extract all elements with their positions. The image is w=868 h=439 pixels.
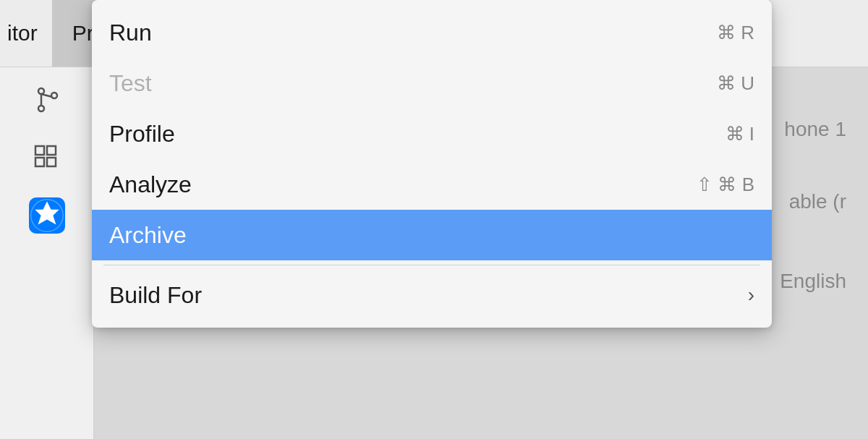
bg-text-3: English — [780, 270, 846, 293]
menu-item-profile[interactable]: Profile ⌘ I — [92, 108, 772, 159]
sidebar-icon-grid[interactable] — [29, 140, 65, 176]
menu-item-build-for[interactable]: Build For › — [92, 270, 772, 320]
profile-label: Profile — [109, 121, 175, 148]
menu-item-run[interactable]: Run ⌘ R — [92, 7, 772, 58]
test-label: Test — [109, 70, 152, 97]
svg-point-0 — [38, 88, 44, 94]
product-dropdown-menu: Run ⌘ R Test ⌘ U Profile ⌘ I Analyze ⇧ ⌘… — [92, 0, 772, 328]
build-for-label: Build For — [109, 282, 202, 309]
run-label: Run — [109, 20, 152, 46]
svg-rect-8 — [47, 158, 56, 166]
menu-item-archive[interactable]: Archive — [92, 210, 772, 260]
profile-shortcut: ⌘ I — [726, 123, 754, 145]
sidebar: A — [0, 67, 94, 439]
source-control-icon — [33, 85, 61, 114]
bg-text-1: hone 1 — [784, 118, 846, 141]
run-shortcut: ⌘ R — [717, 22, 754, 44]
test-shortcut: ⌘ U — [717, 72, 754, 95]
svg-point-2 — [51, 93, 57, 98]
svg-rect-5 — [35, 146, 44, 155]
archive-label: Archive — [109, 222, 187, 249]
submenu-arrow-icon: › — [748, 284, 754, 307]
grid-icon — [33, 143, 61, 172]
app-store-icon: A — [29, 197, 65, 234]
menu-divider — [103, 265, 760, 265]
menu-item-test[interactable]: Test ⌘ U — [92, 58, 772, 108]
menu-item-analyze[interactable]: Analyze ⇧ ⌘ B — [92, 159, 772, 210]
bg-text-2: able (r — [789, 190, 846, 213]
svg-text:A: A — [40, 204, 53, 224]
svg-point-1 — [38, 106, 44, 111]
menu-item-editor[interactable]: itor — [0, 0, 52, 67]
svg-rect-7 — [35, 158, 44, 166]
svg-rect-6 — [47, 146, 56, 155]
sidebar-icon-app-store[interactable]: A — [29, 197, 65, 234]
analyze-label: Analyze — [109, 171, 192, 198]
analyze-shortcut: ⇧ ⌘ B — [697, 174, 754, 196]
sidebar-icon-source-control[interactable] — [29, 82, 65, 118]
